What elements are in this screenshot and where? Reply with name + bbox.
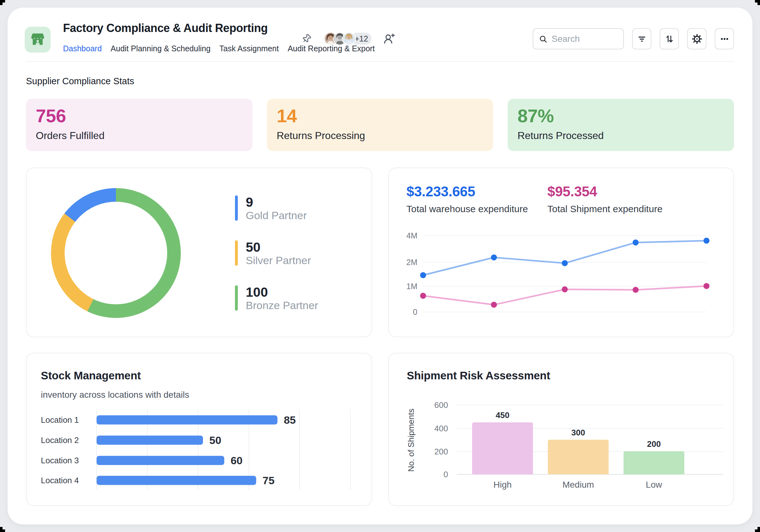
value-label: 50 [209, 434, 221, 446]
stats-row: 756 Orders Fulfilled 14 Returns Processi… [26, 99, 734, 151]
stat-value: 756 [36, 107, 243, 125]
sort-icon [664, 33, 675, 44]
search-icon [538, 34, 548, 44]
category-label: Medium [562, 480, 594, 490]
legend-swatch [235, 195, 238, 221]
bar [97, 456, 224, 465]
more-icon [719, 33, 730, 44]
legend-value: 100 [246, 285, 318, 299]
search-box [533, 28, 624, 49]
stock-bar-chart: Location 185Location 250Location 360Loca… [26, 354, 371, 506]
value-label: 85 [284, 414, 296, 426]
y-tick-label: 4M [406, 231, 417, 240]
category-label: Low [646, 480, 662, 490]
avatar[interactable] [342, 32, 356, 45]
stat-value: 14 [277, 107, 484, 125]
data-point [632, 239, 639, 245]
data-point [562, 286, 568, 292]
search-input[interactable] [552, 34, 618, 44]
y-tick-label: 1M [406, 282, 417, 291]
app-logo [25, 26, 51, 53]
bar [472, 422, 533, 474]
value-label: 60 [230, 455, 243, 466]
settings-button[interactable] [687, 28, 706, 49]
legend-value: 9 [246, 195, 307, 209]
pin-icon[interactable] [300, 32, 313, 46]
legend-value: 50 [246, 240, 311, 254]
value-label: 200 [647, 439, 661, 449]
y-tick-label: 0 [443, 470, 448, 479]
data-point [491, 302, 497, 308]
dashboard-page: { "header": { "title": "Factory Complian… [0, 0, 760, 532]
sort-button[interactable] [660, 28, 679, 49]
bar [97, 436, 203, 445]
category-label: Location 2 [41, 435, 79, 445]
tab-dashboard[interactable]: Dashboard [63, 44, 102, 53]
donut-legend: 9 Gold Partner 50 Silver Partner 100 B [235, 195, 318, 311]
line-series [423, 241, 706, 275]
expenditure-line-chart: 01M2M4M [389, 168, 734, 337]
legend-item-silver-partner: 50 Silver Partner [235, 240, 318, 266]
stat-card-returns-processed: 87% Returns Processed [508, 99, 734, 151]
data-point [491, 254, 497, 260]
stat-label: Returns Processed [517, 129, 724, 142]
stats-section-heading: Supplier Compliance Stats [26, 76, 134, 86]
content-row-1: 9 Gold Partner 50 Silver Partner 100 B [26, 168, 734, 337]
data-point [703, 283, 709, 289]
filter-button[interactable] [632, 28, 651, 49]
legend-item-gold-partner: 9 Gold Partner [235, 195, 318, 221]
bar [548, 440, 609, 475]
stat-value: 87% [517, 107, 724, 125]
value-label: 450 [496, 411, 509, 420]
tab-task-assignment[interactable]: Task Assignment [219, 44, 279, 53]
bar [97, 415, 277, 425]
data-point [632, 287, 639, 293]
legend-label: Bronze Partner [246, 300, 318, 311]
settings-icon [691, 33, 703, 45]
content-row-2: Stock Management inventory across locati… [26, 353, 734, 506]
tab-audit-planning-scheduling[interactable]: Audit Planning & Scheduling [111, 44, 211, 53]
value-label: 75 [262, 474, 274, 486]
avatar-stack: +12 [324, 32, 371, 45]
stock-management-card: Stock Management inventory across locati… [26, 353, 372, 506]
data-point [420, 272, 426, 278]
y-axis-label: No. of Shipments [406, 409, 416, 471]
stat-label: Returns Processing [277, 129, 484, 142]
category-label: Location 1 [41, 415, 79, 425]
crop-corner-mark [755, 527, 760, 532]
header-divider [26, 61, 734, 62]
more-button[interactable] [715, 28, 734, 49]
y-tick-label: 0 [413, 308, 417, 316]
shipment-risk-bar-chart: 6004002000No. of Shipments450High300Medi… [389, 354, 734, 506]
partner-donut-chart [51, 188, 181, 318]
expenditure-chart-card: $3.233.665 Total warehouse expenditure $… [388, 168, 735, 337]
y-tick-label: 400 [434, 424, 448, 433]
stat-card-orders-fulfilled: 756 Orders Fulfilled [26, 99, 252, 151]
header-actions [533, 28, 734, 49]
shipment-risk-card: Shipment Risk Assessment 6004002000No. o… [388, 353, 735, 506]
storefront-icon [30, 31, 46, 48]
y-tick-label: 200 [434, 447, 448, 456]
legend-label: Gold Partner [246, 210, 307, 221]
legend-item-bronze-partner: 100 Bronze Partner [235, 285, 318, 311]
y-tick-label: 600 [434, 400, 448, 410]
data-point [420, 293, 426, 299]
data-point [703, 237, 709, 244]
filter-icon [637, 33, 647, 44]
legend-swatch [235, 285, 238, 311]
app-window: Factory Compliance & Audit Reporting Das… [8, 8, 752, 524]
crop-corner-mark [0, 527, 5, 532]
y-tick-label: 2M [406, 258, 417, 266]
user-plus-icon[interactable] [383, 32, 396, 46]
legend-swatch [235, 240, 238, 266]
legend-label: Silver Partner [246, 255, 311, 266]
crop-corner-mark [755, 0, 760, 5]
stat-label: Orders Fulfilled [36, 129, 243, 142]
bar [97, 476, 256, 485]
category-label: Location 3 [41, 456, 79, 465]
bar [624, 451, 684, 474]
stat-card-returns-processing: 14 Returns Processing [267, 99, 493, 151]
value-label: 300 [571, 428, 585, 437]
crop-corner-mark [0, 0, 5, 5]
partner-distribution-card: 9 Gold Partner 50 Silver Partner 100 B [26, 168, 372, 337]
